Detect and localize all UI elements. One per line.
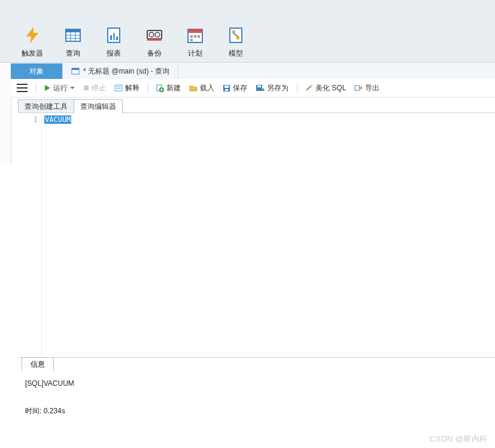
- svg-rect-19: [198, 35, 200, 38]
- model-icon: [226, 26, 245, 45]
- svg-marker-27: [45, 85, 50, 91]
- editor-code[interactable]: VACUUM: [42, 113, 495, 358]
- toolbar-query[interactable]: 查询: [53, 26, 93, 59]
- explain-button[interactable]: 解释: [111, 81, 143, 95]
- svg-rect-18: [194, 35, 196, 38]
- floppy-icon: [223, 84, 230, 92]
- tab-object[interactable]: 对象: [11, 63, 63, 79]
- export-label: 导出: [365, 83, 379, 93]
- stop-button[interactable]: 停止: [80, 81, 110, 95]
- backup-icon: [145, 26, 164, 45]
- tab-query-builder[interactable]: 查询创建工具: [18, 99, 74, 114]
- svg-rect-14: [147, 39, 162, 41]
- svg-rect-17: [190, 35, 193, 38]
- separator: [148, 83, 148, 93]
- output-line-sql: [SQL]VACUUM: [25, 377, 488, 391]
- tab-query-file[interactable]: * 无标题 @main (sd) - 查询: [63, 63, 178, 79]
- lightning-icon: [23, 26, 42, 45]
- sql-editor[interactable]: 1 VACUUM: [18, 112, 495, 358]
- svg-rect-37: [224, 86, 229, 88]
- document-tab-strip: 对象 * 无标题 @main (sd) - 查询: [11, 63, 495, 80]
- folder-open-icon: [189, 84, 198, 92]
- floppy-as-icon: [256, 84, 265, 92]
- toolbar-query-label: 查询: [53, 48, 93, 59]
- tab-query-editor[interactable]: 查询编辑器: [74, 99, 123, 114]
- separator: [297, 83, 297, 93]
- toolbar-schedule-label: 计划: [175, 48, 215, 59]
- toolbar-backup-label: 备份: [134, 48, 175, 59]
- play-icon: [44, 84, 51, 92]
- svg-rect-20: [190, 39, 193, 41]
- output-tab-info-label: 信息: [31, 360, 45, 368]
- toolbar-trigger[interactable]: 触发器: [12, 26, 53, 59]
- save-button[interactable]: 保存: [219, 81, 251, 95]
- main-toolbar: 触发器 查询 报表: [0, 0, 495, 63]
- tab-query-editor-label: 查询编辑器: [80, 102, 116, 111]
- calendar-icon: [186, 26, 205, 45]
- beautify-label: 美化 SQL: [315, 83, 346, 93]
- toolbar-model-label: 模型: [215, 48, 256, 59]
- sidebar-stub: [0, 63, 11, 164]
- output-body: [SQL]VACUUM 时间: 0.234s: [18, 371, 495, 434]
- output-tab-info[interactable]: 信息: [22, 357, 54, 371]
- saveas-label: 另存为: [267, 83, 289, 93]
- separator: [36, 83, 37, 93]
- tab-query-file-label: * 无标题 @main (sd) - 查询: [83, 66, 169, 77]
- export-button[interactable]: 导出: [351, 81, 383, 95]
- editor-selection: VACUUM: [44, 115, 71, 124]
- report-icon: [104, 26, 123, 45]
- wand-icon: [305, 84, 313, 92]
- load-button[interactable]: 载入: [186, 81, 218, 95]
- load-label: 载入: [200, 83, 214, 93]
- toolbar-schedule[interactable]: 计划: [175, 26, 215, 59]
- action-bar: 运行 停止 解释 新建 载入 保存 另存: [11, 79, 495, 97]
- tab-query-builder-label: 查询创建工具: [25, 102, 68, 111]
- saveas-button[interactable]: 另存为: [252, 81, 292, 95]
- svg-rect-16: [188, 29, 202, 33]
- toolbar-backup[interactable]: 备份: [134, 26, 175, 59]
- svg-rect-26: [72, 68, 79, 70]
- tab-object-label: 对象: [29, 66, 44, 77]
- toolbar-report-label: 报表: [93, 48, 134, 59]
- beautify-button[interactable]: 美化 SQL: [301, 81, 350, 95]
- explain-label: 解释: [125, 83, 139, 93]
- export-icon: [354, 84, 363, 92]
- svg-rect-22: [232, 31, 235, 33]
- menu-icon[interactable]: [17, 84, 28, 92]
- watermark: CSDN @斯内科: [430, 434, 488, 444]
- query-tab-icon: [71, 67, 80, 75]
- new-label: 新建: [166, 83, 181, 93]
- toolbar-trigger-label: 触发器: [12, 48, 53, 59]
- output-panel: 信息 [SQL]VACUUM 时间: 0.234s: [18, 357, 495, 434]
- svg-rect-28: [84, 86, 89, 90]
- svg-point-13: [155, 32, 160, 37]
- toolbar-report[interactable]: 报表: [93, 26, 134, 59]
- svg-rect-8: [110, 35, 112, 40]
- stop-label: 停止: [92, 83, 106, 93]
- svg-rect-38: [225, 89, 228, 91]
- svg-rect-9: [113, 33, 115, 40]
- svg-rect-10: [116, 36, 118, 40]
- svg-rect-29: [115, 85, 122, 91]
- new-icon: [156, 84, 164, 92]
- table-icon: [63, 26, 83, 45]
- stop-icon: [83, 85, 89, 91]
- new-button[interactable]: 新建: [152, 81, 184, 95]
- output-line-time: 时间: 0.234s: [25, 404, 488, 418]
- svg-point-12: [149, 32, 154, 37]
- editor-gutter: 1: [18, 113, 42, 358]
- svg-rect-23: [236, 36, 239, 39]
- run-button[interactable]: 运行: [40, 81, 78, 95]
- run-label: 运行: [53, 83, 68, 93]
- line-number: 1: [18, 115, 38, 124]
- save-label: 保存: [233, 83, 247, 93]
- svg-marker-0: [26, 27, 38, 44]
- svg-rect-2: [66, 29, 80, 32]
- explain-icon: [114, 84, 123, 92]
- chevron-down-icon: [70, 87, 75, 89]
- svg-rect-40: [257, 86, 261, 87]
- toolbar-model[interactable]: 模型: [215, 26, 256, 59]
- editor-tab-strip: 查询创建工具 查询编辑器: [18, 99, 122, 114]
